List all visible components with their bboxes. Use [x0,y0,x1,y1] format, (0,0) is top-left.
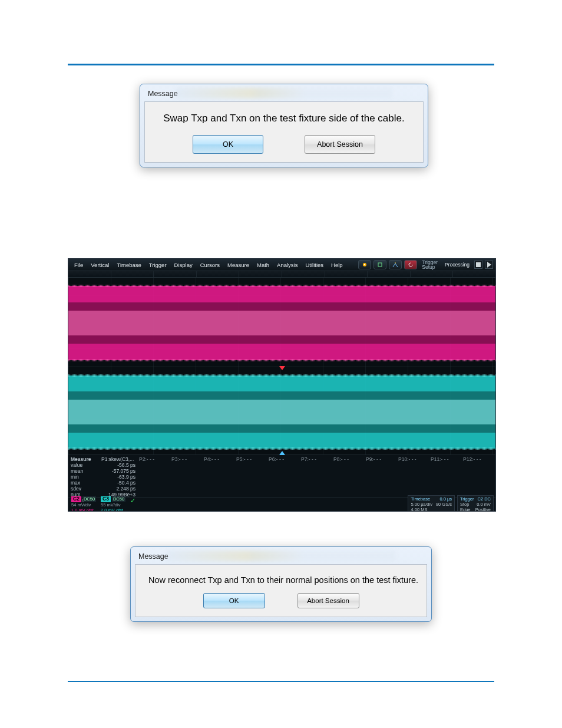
ok-button[interactable]: OK [203,593,265,608]
run-icon[interactable] [485,261,493,269]
toolbar-trigger-icon[interactable] [404,260,417,269]
scope-division-bar [68,271,495,278]
trigger-readout[interactable]: TriggerC2 DC Stop0.0 mV EdgePositive [457,495,494,512]
timebase-readout[interactable]: Timebase0.0 µs 5.00 µs/div80 GS/s 4.00 M… [408,495,455,512]
menu-analysis[interactable]: Analysis [273,261,301,269]
trigger-setup-label[interactable]: Trigger Setup [419,260,440,269]
message-dialog-swap: Message Swap Txp and Txn on the test fix… [140,84,428,167]
waveform-c2 [68,286,495,360]
trigger-marker-top-icon [279,366,285,370]
scope-menu-items: File Vertical Timebase Trigger Display C… [71,261,346,269]
oscilloscope-screenshot: File Vertical Timebase Trigger Display C… [68,258,496,512]
scope-menubar: File Vertical Timebase Trigger Display C… [68,259,495,271]
abort-session-button[interactable]: Abort Session [305,135,375,154]
menu-utilities[interactable]: Utilities [302,261,327,269]
menu-display[interactable]: Display [171,261,196,269]
scope-graticule [68,278,495,454]
measurement-p1-values: P1:skew(C3,... -56.5 ps -57.075 ps -63.9… [99,455,139,497]
channel-c3-badge[interactable]: C3DC50 55 mV/div 2.0 mV ofst [99,496,127,512]
menu-math[interactable]: Math [253,261,273,269]
menu-timebase[interactable]: Timebase [113,261,144,269]
menu-trigger[interactable]: Trigger [146,261,170,269]
svg-point-1 [364,264,365,265]
trigger-marker-bottom-icon [279,451,285,455]
channel-c2-badge[interactable]: C2DC50 54 mV/div 1.0 mV ofst [70,496,98,512]
menu-file[interactable]: File [71,261,87,269]
toolbar-zoom-icon[interactable] [389,260,402,269]
aero-backdrop [166,551,396,561]
footer-rule [68,681,494,682]
menu-help[interactable]: Help [328,261,346,269]
header-rule [68,64,494,65]
menu-cursors[interactable]: Cursors [197,261,223,269]
dialog-message-text: Swap Txp and Txn on the test fixture sid… [158,113,410,124]
message-dialog-reconnect: Message Now reconnect Txp and Txn to the… [130,546,432,622]
dialog-message-text: Now reconnect Txp and Txn to their norma… [148,575,414,585]
ok-button[interactable]: OK [193,135,263,154]
measurement-panel: Measure value mean min max sdev num stat… [68,454,495,497]
stop-icon[interactable] [474,261,482,269]
measurement-empty-slots: P2:- - - P3:- - - P4:- - - P5:- - - P6:-… [139,455,495,497]
menu-measure[interactable]: Measure [224,261,253,269]
waveform-c3 [68,375,495,449]
processing-label: Processing [442,262,472,268]
menu-vertical[interactable]: Vertical [87,261,113,269]
aero-backdrop [176,88,392,98]
abort-session-button[interactable]: Abort Session [297,593,359,608]
svg-rect-2 [378,263,382,266]
measurement-row-labels: Measure value mean min max sdev num stat… [68,455,99,497]
toolbar-clear-icon[interactable] [373,260,386,269]
toolbar-autoset-icon[interactable] [358,260,371,269]
